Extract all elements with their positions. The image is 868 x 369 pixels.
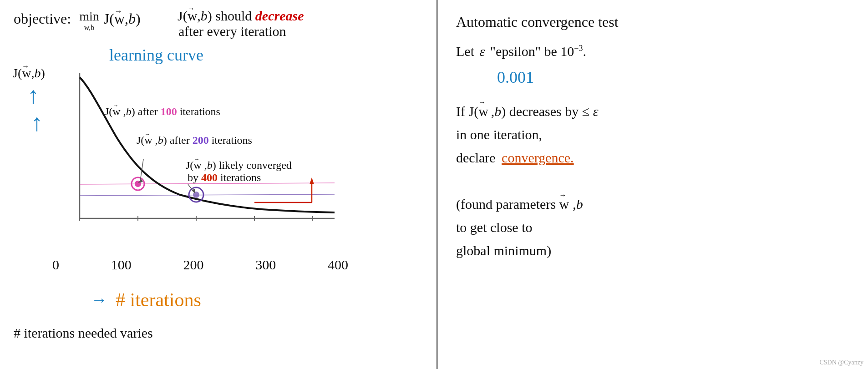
x-axis-labels: 0 100 200 300 400	[52, 257, 348, 273]
let-epsilon-line: Let ε "epsilon" be 10−3.	[456, 40, 850, 63]
global-minimum-line: global minimum)	[456, 239, 850, 262]
objective-label: objective:	[14, 10, 71, 27]
convergence-text: convergence.	[502, 150, 574, 165]
right-panel: Automatic convergence test Let ε "epsilo…	[437, 0, 868, 369]
bottom-note: # iterations needed varies	[14, 325, 153, 341]
svg-marker-11	[310, 177, 314, 184]
if-decreases-line: If J(w→,b) decreases by ≤ ε	[456, 100, 850, 123]
y-axis-label: J(w→,b)	[13, 66, 45, 81]
found-params-line: (found parameters w→,b	[456, 192, 850, 216]
min-text: min	[79, 9, 99, 24]
right-body: Let ε "epsilon" be 10−3. 0.001 If J(w→,b…	[456, 40, 850, 262]
x-label-0: 0	[52, 257, 59, 273]
iterations-arrow: →	[91, 290, 107, 309]
zero-val: 0.001	[497, 68, 534, 86]
learning-curve-chart	[52, 68, 348, 241]
x-label-400: 400	[328, 257, 348, 273]
left-panel: objective: min w,b J(w→,b) J(w→,b) shoul…	[0, 0, 437, 369]
declare-convergence-line: declare convergence.	[456, 146, 850, 169]
min-under: w,b	[84, 24, 95, 32]
x-label-100: 100	[111, 257, 132, 273]
x-label-300: 300	[255, 257, 276, 273]
let-text: Let	[456, 44, 474, 59]
epsilon-symbol: ε	[479, 44, 485, 59]
y-axis-arrow2: ↑	[31, 109, 43, 136]
j-wb-should: J(w→,b) should decrease	[178, 8, 304, 23]
to-get-close-line: to get close to	[456, 216, 850, 239]
x-label-200: 200	[183, 257, 204, 273]
annotation-400: J(w→,b) likely converged by 400 iteratio…	[186, 159, 292, 184]
in-one-iteration-line: in one iteration,	[456, 123, 850, 146]
objective-line: objective: min w,b J(w→,b)	[14, 9, 141, 32]
iterations-label-row: → # iterations	[91, 289, 201, 311]
decrease-statement: J(w→,b) should decrease after every iter…	[178, 8, 304, 39]
learning-curve-title: learning curve	[109, 45, 203, 65]
y-axis-arrow: ↑	[27, 82, 39, 109]
watermark: CSDN @Cyanzy	[819, 359, 863, 366]
declare-text: declare	[456, 150, 496, 165]
j-wb-objective: J(w→,b)	[104, 10, 141, 27]
iterations-label: # iterations	[116, 289, 201, 311]
svg-line-8	[80, 194, 335, 196]
convergence-test-title: Automatic convergence test	[456, 14, 850, 30]
annotation-100: J(w→,b) after 100 iterations	[105, 106, 220, 118]
annotation-200: J(w→,b) after 200 iterations	[137, 134, 252, 147]
after-every-iteration: after every iteration	[178, 24, 286, 39]
